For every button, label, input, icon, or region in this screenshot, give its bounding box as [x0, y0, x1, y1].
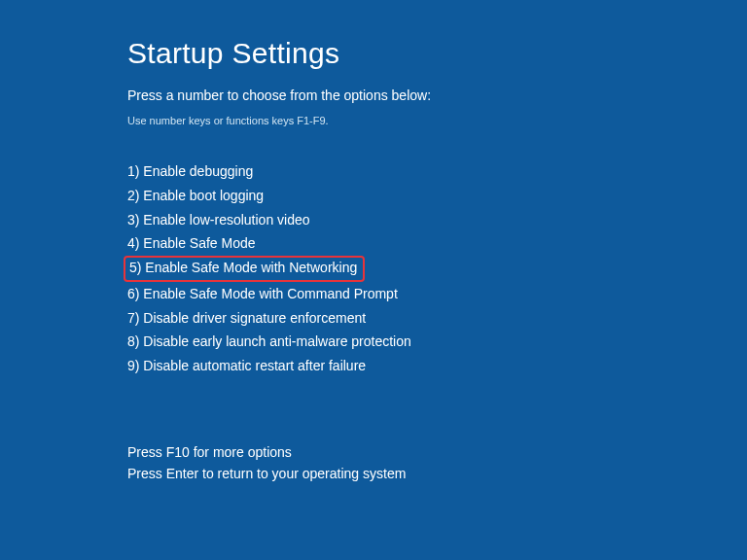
- page-title: Startup Settings: [127, 37, 747, 70]
- option-1[interactable]: 1) Enable debugging: [127, 161, 253, 183]
- option-5[interactable]: 5) Enable Safe Mode with Networking: [124, 256, 365, 282]
- option-4[interactable]: 4) Enable Safe Mode: [127, 233, 256, 255]
- footer: Press F10 for more options Press Enter t…: [127, 442, 747, 484]
- startup-settings-screen: Startup Settings Press a number to choos…: [0, 0, 747, 484]
- footer-f10: Press F10 for more options: [127, 442, 747, 464]
- hint-text: Use number keys or functions keys F1-F9.: [127, 115, 747, 126]
- option-7[interactable]: 7) Disable driver signature enforcement: [127, 308, 366, 330]
- option-9[interactable]: 9) Disable automatic restart after failu…: [127, 356, 366, 377]
- subtitle: Press a number to choose from the option…: [127, 88, 747, 103]
- footer-enter: Press Enter to return to your operating …: [127, 464, 747, 485]
- option-3[interactable]: 3) Enable low-resolution video: [127, 210, 310, 231]
- option-6[interactable]: 6) Enable Safe Mode with Command Prompt: [127, 284, 398, 305]
- option-2[interactable]: 2) Enable boot logging: [127, 186, 264, 207]
- options-list: 1) Enable debugging 2) Enable boot loggi…: [127, 159, 747, 378]
- option-8[interactable]: 8) Disable early launch anti-malware pro…: [127, 332, 411, 353]
